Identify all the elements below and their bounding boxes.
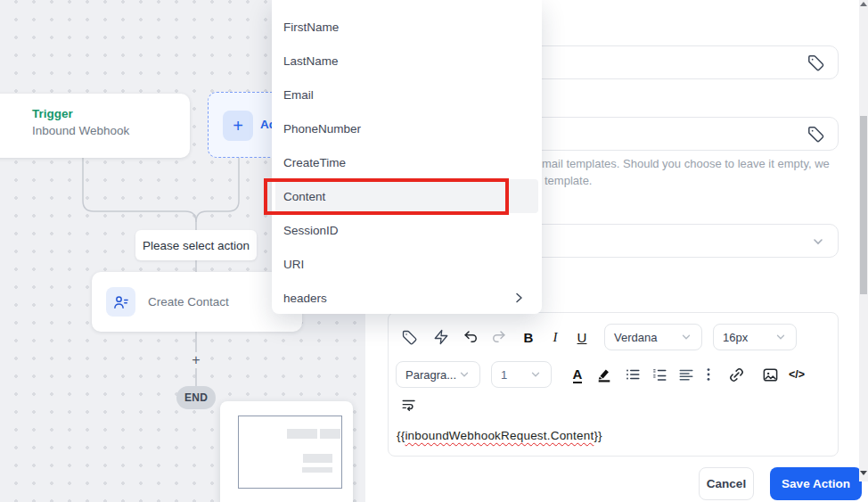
font-family-select[interactable]: Verdana xyxy=(604,324,702,350)
trigger-title: Trigger xyxy=(32,107,129,120)
preview-card xyxy=(220,401,353,502)
end-badge: END xyxy=(176,386,216,409)
trigger-subtitle: Inbound Webhook xyxy=(32,124,129,137)
menu-item-firstname[interactable]: FirstName xyxy=(275,10,538,44)
insert-image-button[interactable] xyxy=(757,361,783,388)
editor-content-text[interactable]: {{inboundWebhookRequest.Content}} xyxy=(397,429,602,442)
partial-menu-item xyxy=(283,0,303,3)
chevron-down-icon xyxy=(774,331,787,343)
scrollbar-thumb[interactable] xyxy=(860,116,867,294)
chevron-down-icon xyxy=(529,368,542,381)
preview-frame xyxy=(238,416,342,489)
panel-scrollbar[interactable] xyxy=(859,0,868,481)
menu-item-createtime[interactable]: CreateTime xyxy=(275,145,538,179)
italic-button[interactable]: I xyxy=(542,324,569,350)
menu-item-phonenumber[interactable]: PhoneNumber xyxy=(275,111,538,145)
plus-icon: + xyxy=(223,111,253,141)
font-size-select[interactable]: 16px xyxy=(713,324,797,350)
numbered-list-button[interactable] xyxy=(646,361,673,388)
scroll-up-arrow[interactable] xyxy=(860,2,867,6)
create-contact-node[interactable]: Create Contact xyxy=(92,272,302,332)
redo-button[interactable] xyxy=(485,324,512,350)
chevron-down-icon xyxy=(811,235,825,249)
tag-icon[interactable] xyxy=(807,125,825,144)
save-action-button[interactable]: Save Action xyxy=(770,467,862,500)
trigger-node[interactable]: Trigger Inbound Webhook xyxy=(0,94,190,158)
paragraph-style-select[interactable]: Paragra... xyxy=(396,361,480,388)
contact-icon xyxy=(106,287,135,317)
webhook-fields-dropdown: FirstName LastName Email PhoneNumber Cre… xyxy=(272,0,542,314)
cancel-button[interactable]: Cancel xyxy=(699,467,754,500)
code-view-button[interactable]: </> xyxy=(783,361,810,388)
scroll-down-arrow[interactable] xyxy=(860,471,867,475)
menu-item-lastname[interactable]: LastName xyxy=(275,44,538,78)
text-color-button[interactable]: A xyxy=(564,361,591,388)
chevron-down-icon xyxy=(458,368,471,381)
add-step-plus-icon[interactable]: + xyxy=(188,352,204,368)
bold-button[interactable]: B xyxy=(515,324,542,350)
menu-item-content[interactable]: Content xyxy=(275,179,538,213)
list-level-select[interactable]: 1 xyxy=(491,361,552,388)
menu-item-uri[interactable]: URI xyxy=(275,247,538,281)
align-text-button[interactable] xyxy=(673,361,700,388)
more-options-icon[interactable] xyxy=(700,361,717,388)
wrap-text-button[interactable] xyxy=(396,391,422,418)
chevron-down-icon xyxy=(680,331,692,343)
helper-text-line1: mail templates. Should you choose to lea… xyxy=(542,155,830,173)
menu-item-email[interactable]: Email xyxy=(275,78,538,111)
rich-text-editor: B I U Verdana 16px xyxy=(388,312,839,457)
lightning-icon[interactable] xyxy=(428,324,454,350)
bullet-list-button[interactable] xyxy=(619,361,646,388)
workflow-editor-screen: Trigger Inbound Webhook + Add Please sel… xyxy=(0,0,868,502)
insert-link-button[interactable] xyxy=(723,361,749,388)
helper-text-line2: template. xyxy=(545,172,592,190)
tag-icon[interactable] xyxy=(807,53,825,72)
select-action-label: Please select action xyxy=(135,230,257,260)
create-contact-label: Create Contact xyxy=(148,295,229,309)
underline-button[interactable]: U xyxy=(569,324,595,350)
highlight-color-button[interactable] xyxy=(591,361,618,388)
menu-item-sessionid[interactable]: SessionID xyxy=(275,213,538,247)
chevron-right-icon xyxy=(512,291,526,305)
insert-tag-button[interactable] xyxy=(396,324,422,350)
undo-button[interactable] xyxy=(458,324,485,350)
menu-item-headers[interactable]: headers xyxy=(275,281,538,315)
